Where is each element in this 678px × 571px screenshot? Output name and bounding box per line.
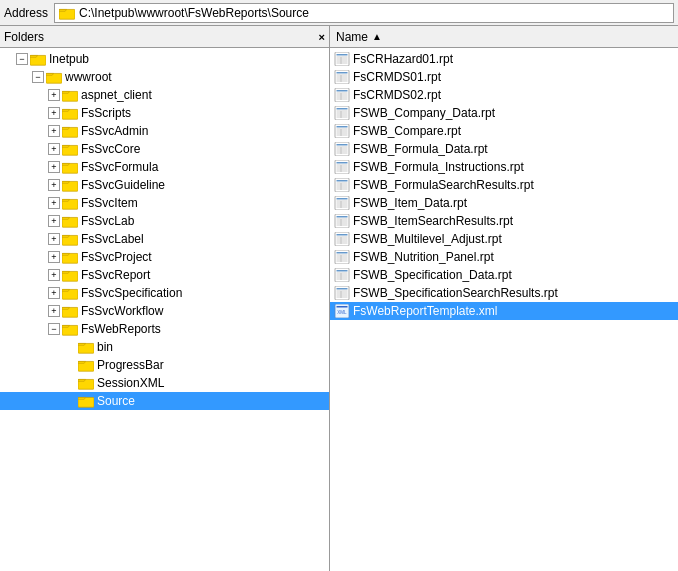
expand-btn-fssvcworkflow[interactable]: + bbox=[48, 305, 60, 317]
svg-rect-71 bbox=[337, 180, 348, 182]
tree-label-fswebreports: FsWebReports bbox=[81, 322, 161, 336]
folder-icon bbox=[78, 376, 94, 390]
rpt-file-icon bbox=[334, 178, 350, 192]
sort-arrow-icon: ▲ bbox=[372, 31, 382, 42]
folder-icon bbox=[62, 214, 78, 228]
svg-rect-29 bbox=[337, 72, 348, 74]
file-item-f6[interactable]: FSWB_Formula_Data.rpt bbox=[330, 140, 678, 158]
expand-btn-fssvccore[interactable]: + bbox=[48, 143, 60, 155]
tree-item-fswebreports[interactable]: − FsWebReports bbox=[0, 320, 329, 338]
file-item-f14[interactable]: FSWB_SpecificationSearchResults.rpt bbox=[330, 284, 678, 302]
tree-item-progressbar[interactable]: ProgressBar bbox=[0, 356, 329, 374]
tree-item-fssvccore[interactable]: + FsSvcCore bbox=[0, 140, 329, 158]
expand-btn-fssvcspecification[interactable]: + bbox=[48, 287, 60, 299]
tree-item-fssvadmin[interactable]: + FsSvcAdmin bbox=[0, 122, 329, 140]
file-item-f13[interactable]: FSWB_Specification_Data.rpt bbox=[330, 266, 678, 284]
tree-item-fssvcworkflow[interactable]: + FsSvcWorkflow bbox=[0, 302, 329, 320]
expand-btn-fssvcproject[interactable]: + bbox=[48, 251, 60, 263]
expand-btn-fssvccguideline[interactable]: + bbox=[48, 179, 60, 191]
tree-item-fssvcreport[interactable]: + FsSvcReport bbox=[0, 266, 329, 284]
tree-item-inetpub[interactable]: − Inetpub bbox=[0, 50, 329, 68]
svg-rect-22 bbox=[337, 54, 348, 56]
folder-icon bbox=[78, 394, 94, 408]
rpt-file-icon bbox=[334, 88, 350, 102]
folder-icon bbox=[78, 340, 94, 354]
folder-icon bbox=[62, 106, 78, 120]
file-label-f1: FsCRHazard01.rpt bbox=[353, 52, 453, 66]
tree-item-fssvcproject[interactable]: + FsSvcProject bbox=[0, 248, 329, 266]
tree-item-fssvclab[interactable]: + FsSvcLab bbox=[0, 212, 329, 230]
file-label-f11: FSWB_Multilevel_Adjust.rpt bbox=[353, 232, 502, 246]
file-item-f4[interactable]: FSWB_Company_Data.rpt bbox=[330, 104, 678, 122]
folders-header: Folders × bbox=[0, 26, 329, 48]
folder-icon bbox=[62, 268, 78, 282]
expand-btn-inetpub[interactable]: − bbox=[16, 53, 28, 65]
files-column-name[interactable]: Name bbox=[336, 30, 368, 44]
rpt-file-icon bbox=[334, 232, 350, 246]
expand-btn-fssvadmin[interactable]: + bbox=[48, 125, 60, 137]
file-label-f10: FSWB_ItemSearchResults.rpt bbox=[353, 214, 513, 228]
tree-label-bin: bin bbox=[97, 340, 113, 354]
rpt-file-icon bbox=[334, 52, 350, 66]
close-button[interactable]: × bbox=[319, 31, 325, 43]
tree-item-wwwroot[interactable]: − wwwroot bbox=[0, 68, 329, 86]
expand-btn-wwwroot[interactable]: − bbox=[32, 71, 44, 83]
file-item-f5[interactable]: FSWB_Compare.rpt bbox=[330, 122, 678, 140]
expand-btn-fsscripts[interactable]: + bbox=[48, 107, 60, 119]
file-label-f2: FsCRMDS01.rpt bbox=[353, 70, 441, 84]
rpt-file-icon bbox=[334, 106, 350, 120]
file-label-f7: FSWB_Formula_Instructions.rpt bbox=[353, 160, 524, 174]
file-item-f9[interactable]: FSWB_Item_Data.rpt bbox=[330, 194, 678, 212]
tree-label-fssvclab: FsSvcLab bbox=[81, 214, 134, 228]
file-item-f7[interactable]: FSWB_Formula_Instructions.rpt bbox=[330, 158, 678, 176]
rpt-file-icon bbox=[334, 286, 350, 300]
tree-label-aspnet_client: aspnet_client bbox=[81, 88, 152, 102]
file-item-f8[interactable]: FSWB_FormulaSearchResults.rpt bbox=[330, 176, 678, 194]
tree-label-fssvccore: FsSvcCore bbox=[81, 142, 140, 156]
rpt-file-icon bbox=[334, 160, 350, 174]
tree-label-fssvcitem: FsSvcItem bbox=[81, 196, 138, 210]
folder-icon bbox=[46, 70, 62, 84]
file-item-f2[interactable]: FsCRMDS01.rpt bbox=[330, 68, 678, 86]
file-item-f3[interactable]: FsCRMDS02.rpt bbox=[330, 86, 678, 104]
folder-icon bbox=[62, 142, 78, 156]
expand-btn-fssvclab[interactable]: + bbox=[48, 215, 60, 227]
folders-title: Folders bbox=[4, 30, 44, 44]
file-item-f11[interactable]: FSWB_Multilevel_Adjust.rpt bbox=[330, 230, 678, 248]
expand-placeholder-source bbox=[64, 395, 76, 407]
tree-item-fsscripts[interactable]: + FsScripts bbox=[0, 104, 329, 122]
expand-btn-fssvclabel[interactable]: + bbox=[48, 233, 60, 245]
files-list: FsCRHazard01.rpt FsCRMDS01.rpt FsCRMDS02… bbox=[330, 48, 678, 571]
tree-item-fssvcformula[interactable]: + FsSvcFormula bbox=[0, 158, 329, 176]
tree-label-fssvcformula: FsSvcFormula bbox=[81, 160, 158, 174]
folder-icon bbox=[62, 286, 78, 300]
rpt-file-icon bbox=[334, 214, 350, 228]
expand-btn-fssvcformula[interactable]: + bbox=[48, 161, 60, 173]
tree-item-fssvclabel[interactable]: + FsSvcLabel bbox=[0, 230, 329, 248]
svg-rect-43 bbox=[337, 108, 348, 110]
address-bar: Address C:\Inetpub\wwwroot\FsWebReports\… bbox=[0, 0, 678, 26]
file-label-f13: FSWB_Specification_Data.rpt bbox=[353, 268, 512, 282]
file-item-f10[interactable]: FSWB_ItemSearchResults.rpt bbox=[330, 212, 678, 230]
tree-item-fssvccguideline[interactable]: + FsSvcGuideline bbox=[0, 176, 329, 194]
expand-btn-aspnet_client[interactable]: + bbox=[48, 89, 60, 101]
expand-btn-fssvcitem[interactable]: + bbox=[48, 197, 60, 209]
file-item-f15[interactable]: XML FsWebReportTemplate.xml bbox=[330, 302, 678, 320]
tree-item-aspnet_client[interactable]: + aspnet_client bbox=[0, 86, 329, 104]
folder-icon bbox=[62, 250, 78, 264]
files-panel: Name ▲ FsCRHazard01.rpt FsCRMDS01.rpt Fs… bbox=[330, 26, 678, 571]
address-path-box[interactable]: C:\Inetpub\wwwroot\FsWebReports\Source bbox=[54, 3, 674, 23]
expand-btn-fswebreports[interactable]: − bbox=[48, 323, 60, 335]
tree-item-fssvcitem[interactable]: + FsSvcItem bbox=[0, 194, 329, 212]
rpt-file-icon bbox=[334, 124, 350, 138]
tree-item-bin[interactable]: bin bbox=[0, 338, 329, 356]
tree-item-sessionxml[interactable]: SessionXML bbox=[0, 374, 329, 392]
tree-item-fssvcspecification[interactable]: + FsSvcSpecification bbox=[0, 284, 329, 302]
file-item-f12[interactable]: FSWB_Nutrition_Panel.rpt bbox=[330, 248, 678, 266]
folder-icon bbox=[62, 178, 78, 192]
tree-item-source[interactable]: Source bbox=[0, 392, 329, 410]
folder-icon bbox=[62, 322, 78, 336]
file-item-f1[interactable]: FsCRHazard01.rpt bbox=[330, 50, 678, 68]
svg-rect-36 bbox=[337, 90, 348, 92]
expand-btn-fssvcreport[interactable]: + bbox=[48, 269, 60, 281]
